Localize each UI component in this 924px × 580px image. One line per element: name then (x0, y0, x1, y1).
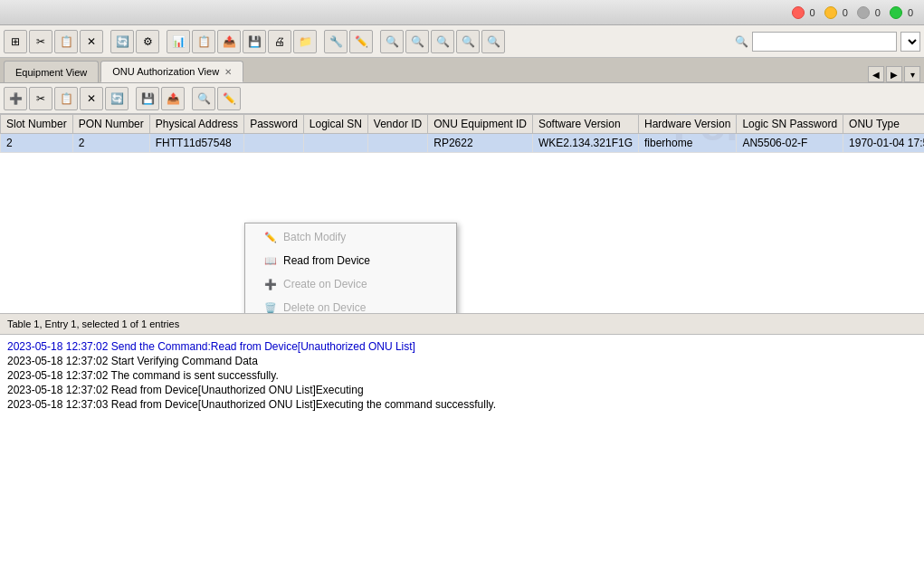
context-menu-wrapper: ✏️ Batch Modify 📖 Read from Device ➕ Cre… (244, 223, 457, 313)
cell-software-version: WKE2.134.321F1G (532, 134, 638, 153)
table-container[interactable]: Slot Number PON Number Physical Address … (0, 114, 924, 313)
cell-logic-sn-password: AN5506-02-F (737, 134, 843, 153)
data-table: Slot Number PON Number Physical Address … (0, 114, 924, 153)
green-count: 0 (908, 7, 913, 18)
col-logic-sn-password: Logic SN Password (737, 115, 843, 134)
delete2-btn[interactable]: ✕ (80, 87, 103, 110)
save-btn[interactable]: 💾 (243, 30, 266, 53)
blue-count: 0 (875, 7, 881, 18)
export2-btn[interactable]: 📤 (161, 87, 185, 110)
menu-create-device-label: Create on Device (283, 278, 367, 290)
tools-btn[interactable]: 🔧 (324, 30, 348, 53)
create-device-icon: ➕ (263, 277, 278, 291)
log-line: 2023-05-18 12:37:02 Send the Command:Rea… (7, 340, 917, 353)
red-count: 0 (810, 7, 815, 18)
cut2-btn[interactable]: ✂ (29, 87, 52, 110)
search-input[interactable] (752, 32, 897, 52)
context-menu: ✏️ Batch Modify 📖 Read from Device ➕ Cre… (244, 223, 457, 313)
search-btn-4[interactable]: 🔍 (456, 30, 480, 53)
edit-btn[interactable]: ✏️ (349, 30, 373, 53)
settings-btn[interactable]: ⚙ (136, 30, 159, 53)
log-line: 2023-05-18 12:37:02 The command is sent … (7, 369, 917, 382)
read-device-icon: 📖 (263, 253, 278, 268)
tab-next-btn[interactable]: ▶ (886, 66, 902, 82)
save2-btn[interactable]: 💾 (136, 87, 159, 110)
status-bar: Table 1, Entry 1, selected 1 of 1 entrie… (0, 313, 924, 335)
main-toolbar: ⊞ ✂ 📋 ✕ 🔄 ⚙ 📊 📋 📤 💾 🖨 📁 🔧 ✏️ 🔍 🔍 🔍 🔍 🔍 🔍 (0, 25, 924, 58)
col-slot-number: Slot Number (1, 115, 73, 134)
zoom-button[interactable] (857, 6, 870, 19)
report-btn[interactable]: 📊 (167, 30, 190, 53)
cell-physical-addr: FHTT11d57548 (149, 134, 243, 153)
folder-btn[interactable]: 📁 (293, 30, 317, 53)
cell-onu-type: 1970-01-04 17:57:37 (843, 134, 924, 153)
col-onu-type: ONU Type (843, 115, 924, 134)
table-header-row: Slot Number PON Number Physical Address … (1, 115, 925, 134)
search-icon: 🔍 (735, 35, 748, 48)
refresh2-btn[interactable]: 🔄 (105, 87, 129, 110)
cell-password (244, 134, 304, 153)
minimize-button[interactable] (824, 6, 837, 19)
cell-pon: 2 (72, 134, 149, 153)
log-line: 2023-05-18 12:37:03 Read from Device[Una… (7, 398, 917, 411)
close-button[interactable] (792, 6, 805, 19)
col-vendor-id: Vendor ID (367, 115, 427, 134)
col-software-version: Software Version (532, 115, 638, 134)
print-btn[interactable]: 🖨 (268, 30, 291, 53)
tab-prev-btn[interactable]: ◀ (868, 66, 884, 82)
cell-hardware-version: fiberhome (638, 134, 736, 153)
tab-list-btn[interactable]: ▾ (904, 66, 920, 82)
cell-onu-equipment-id: RP2622 (428, 134, 533, 153)
new-btn[interactable]: ⊞ (4, 30, 27, 53)
cell-logical-sn (303, 134, 367, 153)
log-panel: 2023-05-18 12:37:02 Send the Command:Rea… (0, 335, 924, 580)
copy2-btn[interactable]: 📋 (54, 87, 78, 110)
cut-btn[interactable]: ✂ (29, 30, 52, 53)
yellow-count: 0 (843, 7, 848, 18)
table-row[interactable]: 2 2 FHTT11d57548 RP2622 WKE2.134.321F1G … (1, 134, 925, 153)
menu-create-on-device[interactable]: ➕ Create on Device (245, 272, 456, 296)
window-controls: 0 0 0 0 (792, 6, 918, 19)
search-btn-1[interactable]: 🔍 (380, 30, 404, 53)
col-hardware-version: Hardware Version (638, 115, 736, 134)
tab-label: ONU Authorization View (112, 66, 219, 77)
list-btn[interactable]: 📋 (192, 30, 215, 53)
secondary-toolbar: ➕ ✂ 📋 ✕ 🔄 💾 📤 🔍 ✏️ (0, 83, 924, 114)
menu-batch-modify-label: Batch Modify (283, 231, 346, 243)
search-btn-3[interactable]: 🔍 (431, 30, 454, 53)
search-btn-2[interactable]: 🔍 (405, 30, 429, 53)
batch-modify-icon: ✏️ (263, 230, 278, 244)
copy-btn[interactable]: 📋 (54, 30, 78, 53)
tab-navigation: ◀ ▶ ▾ (868, 66, 924, 82)
status-text: Table 1, Entry 1, selected 1 of 1 entrie… (7, 319, 179, 329)
menu-delete-device-label: Delete on Device (283, 301, 366, 313)
menu-read-device-label: Read from Device (283, 254, 370, 267)
cell-slot: 2 (1, 134, 73, 153)
refresh-btn[interactable]: 🔄 (110, 30, 134, 53)
add-btn[interactable]: ➕ (4, 87, 27, 110)
tab-onu-auth-view[interactable]: ONU Authorization View ✕ (100, 61, 243, 82)
export-btn[interactable]: 📤 (217, 30, 241, 53)
menu-delete-on-device[interactable]: 🗑️ Delete on Device (245, 296, 456, 313)
search-dropdown[interactable] (900, 32, 920, 52)
col-pon-number: PON Number (72, 115, 149, 134)
tab-equipment-view[interactable]: Equipment View (4, 61, 99, 82)
col-physical-address: Physical Address (149, 115, 243, 134)
menu-batch-modify[interactable]: ✏️ Batch Modify (245, 225, 456, 249)
zoom-in-btn[interactable]: 🔍 (192, 87, 215, 110)
tab-close-icon[interactable]: ✕ (224, 67, 232, 77)
log-line: 2023-05-18 12:37:02 Read from Device[Una… (7, 384, 917, 396)
col-password: Password (244, 115, 304, 134)
delete-device-icon: 🗑️ (263, 300, 278, 313)
title-bar: 0 0 0 0 (0, 0, 924, 25)
tab-label: Equipment View (15, 67, 87, 78)
search-area: 🔍 (735, 32, 920, 52)
col-logical-sn: Logical SN (303, 115, 367, 134)
search-btn-5[interactable]: 🔍 (481, 30, 505, 53)
delete-btn[interactable]: ✕ (80, 30, 103, 53)
menu-read-from-device[interactable]: 📖 Read from Device (245, 249, 456, 272)
cell-vendor-id (367, 134, 427, 153)
log-line: 2023-05-18 12:37:02 Start Verifying Comm… (7, 355, 917, 367)
edit2-btn[interactable]: ✏️ (217, 87, 241, 110)
fullscreen-button[interactable] (890, 6, 902, 19)
